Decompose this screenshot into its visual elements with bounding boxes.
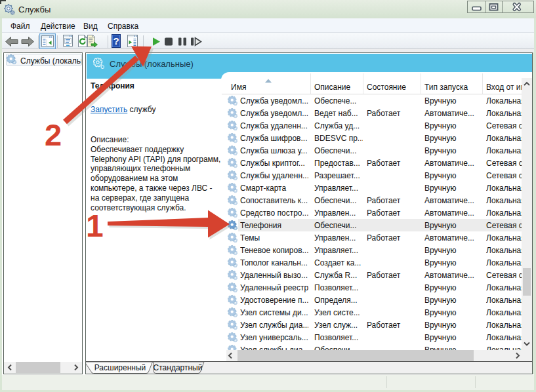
svg-text:?: ? [113,35,119,47]
svg-text:Стандартный: Стандартный [154,363,203,372]
svg-text:Расширенный: Расширенный [94,363,146,372]
